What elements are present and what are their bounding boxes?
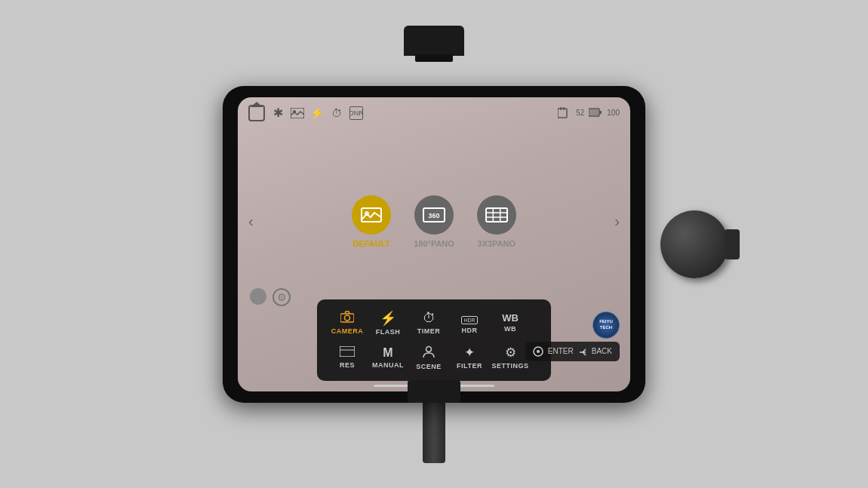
clamp-bottom [408,380,460,403]
menu-row-1: CAMERA ⚡ FLASH ⏱ TIMER HDR [328,307,540,339]
filter-menu-icon: ✦ [464,345,475,361]
scene-menu-icon [422,345,436,361]
filter-menu-label: FILTER [457,362,482,370]
enter-label: ENTER [548,347,574,355]
menu-item-hdr[interactable]: HDR HDR [450,308,489,337]
svg-rect-12 [486,208,507,222]
clamp-top [404,26,464,56]
dnr-badge: DNR [349,106,363,120]
gimbal-assembly: ✱ ⚡ ⏱ DNR [94,26,774,463]
topbar-right: 52 100 [558,107,620,119]
flash-off-icon: ⚡ [310,106,324,120]
menu-item-flash[interactable]: ⚡ FLASH [368,307,408,339]
hdr-menu-icon: HDR [461,312,477,325]
logo-badge: FEIYU TECH [593,312,620,339]
menu-item-timer[interactable]: ⏱ TIMER [409,308,448,338]
mode-icon-default [352,195,391,235]
nav-right-arrow[interactable]: › [614,213,620,230]
wb-menu-icon: WB [502,312,519,324]
enter-icon [533,346,543,357]
mode-icon-180pano: 360 [414,195,454,235]
motor-right [660,210,728,278]
timer-menu-label: TIMER [417,327,441,335]
svg-rect-7 [589,109,599,115]
flash-menu-label: FLASH [376,328,401,336]
menu-item-filter[interactable]: ✦ FILTER [450,342,489,373]
hdr-menu-label: HDR [462,327,478,334]
settings-gear-btn[interactable]: ⚙ [272,288,291,306]
menu-item-res[interactable]: RES [328,343,367,372]
mode-icon-3x3pano [477,195,516,235]
mode-item-default[interactable]: DEFAULT [352,195,391,248]
svg-text:360: 360 [428,212,439,219]
timer-status-icon: ⏱ [330,106,343,120]
bluetooth-icon: ✱ [271,106,285,120]
mode-label-180pano: 180°PANO [414,239,454,248]
bottom-menu-panel: CAMERA ⚡ FLASH ⏱ TIMER HDR [317,299,551,381]
battery-percent: 100 [607,109,620,117]
svg-point-23 [537,350,540,353]
mode-item-3x3pano[interactable]: 3X3PANO [477,195,516,248]
phone-body: ✱ ⚡ ⏱ DNR [223,86,645,403]
back-icon [578,347,587,356]
menu-item-scene[interactable]: SCENE [409,342,448,373]
svg-rect-19 [340,346,355,357]
nav-left-arrow[interactable]: ‹ [248,213,254,230]
phone-screen: ✱ ⚡ ⏱ DNR [238,97,630,391]
enter-back-button[interactable]: ENTER BACK [525,342,620,361]
storage-icon [558,107,571,119]
topbar-left: ✱ ⚡ ⏱ DNR [248,105,363,121]
menu-item-wb[interactable]: WB WB [491,309,530,336]
res-menu-icon [340,346,355,360]
timer-menu-icon: ⏱ [423,311,436,326]
camera-menu-label: CAMERA [331,327,364,335]
screen-topbar: ✱ ⚡ ⏱ DNR [248,105,620,121]
camera-menu-icon [340,311,354,326]
svg-point-21 [426,346,432,351]
menu-row-2: RES M MANUAL [328,342,540,373]
mode-items: DEFAULT 360 180°PANO [352,195,516,248]
wb-menu-label: WB [504,325,516,333]
storage-count: 52 [576,109,584,117]
left-dot-indicator [250,288,266,305]
back-label: BACK [592,347,612,355]
gallery-icon [291,106,304,120]
manual-menu-label: MANUAL [372,361,404,369]
settings-menu-icon: ⚙ [505,345,516,361]
res-menu-label: RES [340,361,355,369]
mode-label-default: DEFAULT [352,239,390,248]
mode-label-3x3pano: 3X3PANO [478,239,516,248]
svg-point-18 [345,315,350,321]
manual-menu-icon: M [383,346,392,360]
menu-item-manual[interactable]: M MANUAL [368,343,408,372]
settings-menu-label: SETTINGS [492,362,529,370]
menu-item-settings[interactable]: ⚙ SETTINGS [491,342,530,373]
svg-rect-6 [599,111,602,114]
menu-item-camera[interactable]: CAMERA [328,308,367,338]
svg-rect-2 [558,109,567,118]
flash-menu-icon: ⚡ [380,310,396,327]
home-icon[interactable] [248,105,265,121]
scene-menu-label: SCENE [416,363,442,370]
mode-item-180pano[interactable]: 360 180°PANO [414,195,454,248]
battery-icon [589,107,602,119]
camera-preview: ‹ DEFAULT [238,127,630,316]
